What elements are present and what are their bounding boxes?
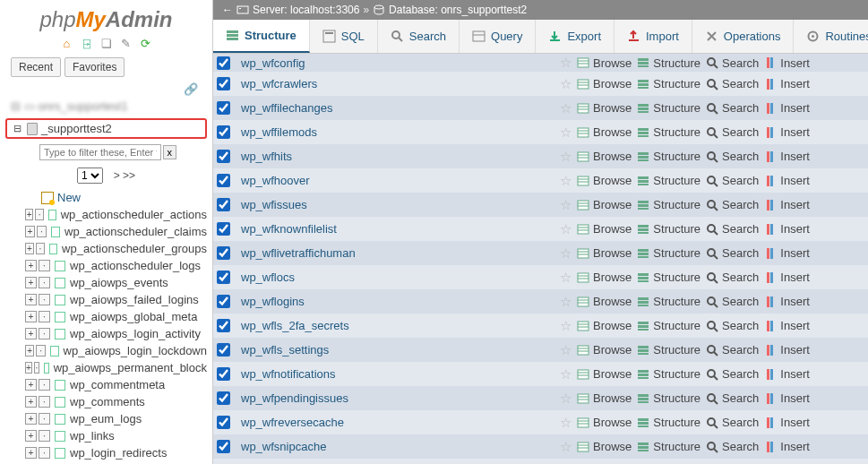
search-action[interactable]: Search [706, 367, 759, 381]
search-action[interactable]: Search [706, 125, 759, 139]
table-name-link[interactable]: wp_wfls_settings [241, 343, 554, 357]
row-checkbox[interactable] [217, 125, 230, 139]
collapse-link-icon[interactable]: 🔗 [0, 82, 212, 96]
table-name-link[interactable]: wp_wfls_2fa_secrets [241, 319, 554, 332]
browse-action[interactable]: Browse [577, 101, 632, 115]
reload-icon[interactable]: ⟳ [139, 36, 153, 50]
tree-expand-icon[interactable]: + [25, 345, 34, 357]
row-checkbox[interactable] [217, 391, 230, 405]
structure-action[interactable]: Structure [637, 246, 700, 260]
tab-search[interactable]: Search [378, 20, 460, 53]
insert-action[interactable]: Insert [764, 150, 810, 163]
tab-structure[interactable]: Structure [213, 20, 310, 53]
tree-table-link[interactable]: wp_actionscheduler_groups [62, 242, 207, 255]
page-next[interactable]: > >> [114, 169, 135, 182]
browse-action[interactable]: Browse [577, 271, 632, 284]
search-action[interactable]: Search [706, 440, 759, 453]
tree-table-link[interactable]: wp_links [70, 429, 115, 443]
row-checkbox[interactable] [217, 367, 230, 381]
favorite-star[interactable]: ☆ [560, 318, 572, 334]
structure-action[interactable]: Structure [637, 198, 700, 211]
filter-input[interactable] [39, 144, 161, 160]
structure-action[interactable]: Structure [637, 343, 700, 357]
insert-action[interactable]: Insert [764, 246, 810, 260]
insert-action[interactable]: Insert [764, 295, 810, 308]
structure-action[interactable]: Structure [637, 125, 700, 139]
tree-new-icon[interactable]: · [39, 396, 50, 408]
tree-table-link[interactable]: wp_eum_logs [70, 412, 142, 425]
tree-expand-icon[interactable]: + [25, 294, 37, 305]
tree-expand-icon[interactable]: + [25, 243, 34, 254]
favorite-star[interactable]: ☆ [560, 439, 572, 455]
tree-expand-icon[interactable]: + [25, 379, 37, 391]
tab-operations[interactable]: Operations [692, 20, 795, 53]
table-name-link[interactable]: wp_wfissues [241, 198, 554, 211]
insert-action[interactable]: Insert [764, 343, 810, 357]
new-table-link[interactable]: New [57, 191, 81, 204]
browse-action[interactable]: Browse [577, 391, 632, 405]
favorite-star[interactable]: ☆ [560, 245, 572, 262]
structure-action[interactable]: Structure [637, 77, 700, 90]
favorite-star[interactable]: ☆ [560, 366, 572, 382]
table-name-link[interactable]: wp_wfreversecache [241, 416, 554, 429]
tree-new-icon[interactable]: · [37, 226, 47, 237]
favorite-star[interactable]: ☆ [560, 76, 572, 92]
search-action[interactable]: Search [706, 295, 759, 308]
structure-action[interactable]: Structure [637, 295, 700, 308]
insert-action[interactable]: Insert [764, 222, 810, 236]
search-action[interactable]: Search [706, 174, 759, 187]
favorite-star[interactable]: ☆ [560, 270, 572, 286]
row-checkbox[interactable] [217, 319, 230, 332]
favorite-star[interactable]: ☆ [560, 149, 572, 165]
row-checkbox[interactable] [217, 246, 230, 260]
tree-table-link[interactable]: wp_aiowps_login_activity [70, 327, 201, 340]
structure-action[interactable]: Structure [637, 319, 700, 332]
structure-action[interactable]: Structure [637, 101, 700, 115]
tree-expand-icon[interactable]: + [25, 362, 32, 374]
search-action[interactable]: Search [706, 101, 759, 115]
page-select[interactable]: 1 [77, 168, 103, 184]
tree-new-icon[interactable]: · [39, 260, 50, 271]
settings-icon[interactable]: ✎ [119, 36, 133, 50]
table-name-link[interactable]: wp_wflogins [241, 295, 554, 308]
table-name-link[interactable]: wp_wflocs [241, 271, 554, 284]
tree-collapse-icon[interactable]: ⊟ [11, 123, 23, 134]
tree-expand-icon[interactable]: + [25, 447, 37, 459]
structure-action[interactable]: Structure [637, 391, 700, 405]
browse-action[interactable]: Browse [577, 367, 632, 381]
tree-new-icon[interactable]: · [39, 277, 50, 288]
search-action[interactable]: Search [706, 416, 759, 429]
filter-clear-button[interactable]: x [163, 145, 177, 159]
tree-table-link[interactable]: wp_aiowps_events [70, 276, 168, 289]
row-checkbox[interactable] [217, 343, 230, 357]
table-name-link[interactable]: wp_wffilechanges [241, 101, 554, 115]
browse-action[interactable]: Browse [577, 198, 632, 211]
browse-action[interactable]: Browse [577, 222, 632, 236]
insert-action[interactable]: Insert [764, 125, 810, 139]
favorite-star[interactable]: ☆ [560, 197, 572, 213]
breadcrumb-server[interactable]: Server: localhost:3306 [253, 4, 359, 16]
browse-action[interactable]: Browse [577, 56, 632, 70]
browse-action[interactable]: Browse [577, 150, 632, 163]
tree-expand-icon[interactable]: + [25, 226, 35, 237]
row-checkbox[interactable] [217, 77, 230, 90]
search-action[interactable]: Search [706, 343, 759, 357]
structure-action[interactable]: Structure [637, 174, 700, 187]
insert-action[interactable]: Insert [764, 198, 810, 211]
browse-action[interactable]: Browse [577, 295, 632, 308]
tree-new-icon[interactable]: · [39, 447, 50, 459]
nav-collapse-icon[interactable]: ← [222, 4, 233, 16]
table-name-link[interactable]: wp_wfcrawlers [241, 77, 554, 90]
logout-icon[interactable]: ⍈ [80, 36, 94, 50]
table-name-link[interactable]: wp_wflivetraffichuman [241, 246, 554, 260]
tab-sql[interactable]: SQL [310, 20, 378, 53]
tab-query[interactable]: Query [460, 20, 536, 53]
tree-expand-icon[interactable]: + [25, 430, 37, 442]
tree-expand-icon[interactable]: + [25, 413, 37, 425]
favorite-star[interactable]: ☆ [560, 221, 572, 237]
favorite-star[interactable]: ☆ [560, 342, 572, 358]
tree-new-icon[interactable]: · [36, 345, 45, 357]
table-name-link[interactable]: wp_wffilemods [241, 125, 554, 139]
insert-action[interactable]: Insert [764, 101, 810, 115]
browse-action[interactable]: Browse [577, 343, 632, 357]
